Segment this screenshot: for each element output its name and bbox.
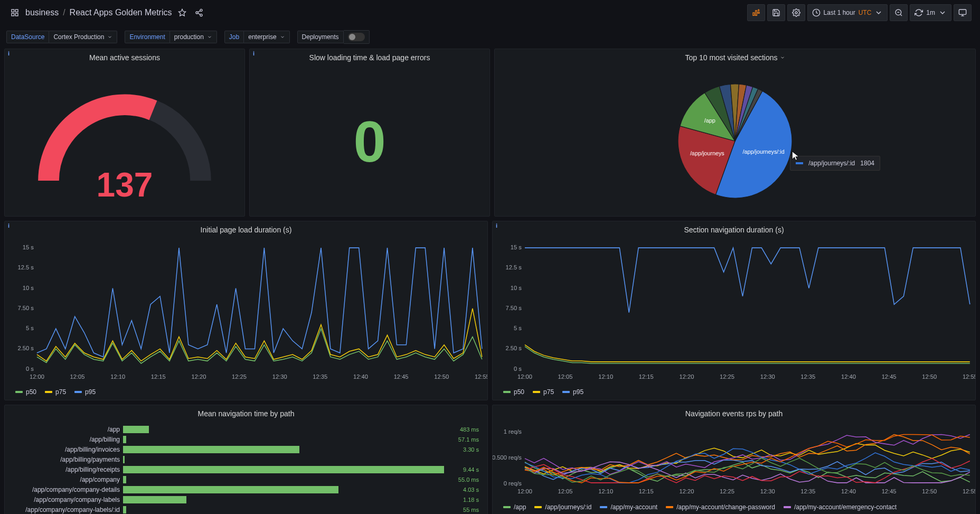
panel-title[interactable]: Section navigation duration (s): [493, 221, 975, 238]
var-datasource-value[interactable]: Cortex Production: [49, 31, 117, 43]
svg-text:2.50 s: 2.50 s: [17, 345, 34, 351]
legend-item[interactable]: p75: [533, 388, 554, 396]
swatch-icon: [15, 391, 23, 393]
tv-mode-button[interactable]: [954, 4, 972, 21]
add-panel-button[interactable]: [747, 4, 765, 21]
settings-button[interactable]: [787, 4, 805, 21]
var-job-value[interactable]: enterprise: [244, 31, 289, 43]
var-deployments-toggle[interactable]: [344, 30, 370, 44]
star-icon[interactable]: [176, 6, 189, 19]
svg-text:/app/journeys/:id: /app/journeys/:id: [743, 148, 785, 155]
bar-track: [123, 436, 444, 443]
line-chart[interactable]: 0 req/s0.500 req/s1 req/s12:0012:0512:10…: [493, 422, 975, 501]
svg-point-15: [795, 12, 797, 14]
var-environment-value[interactable]: production: [170, 31, 217, 43]
breadcrumb-folder[interactable]: business: [25, 8, 59, 17]
var-deployments-label: Deployments: [297, 31, 344, 43]
swatch-icon: [796, 162, 803, 164]
swatch-icon: [784, 506, 791, 508]
legend-item[interactable]: /app: [503, 503, 526, 511]
bar-value: 57.1 ms: [447, 436, 479, 443]
panel-title[interactable]: Slow loading time & load page errors: [250, 49, 489, 66]
svg-text:1 req/s: 1 req/s: [504, 428, 522, 435]
share-icon[interactable]: [193, 6, 205, 19]
legend-item[interactable]: /app/my-account/change-password: [666, 503, 775, 511]
legend-item[interactable]: p75: [45, 388, 66, 396]
svg-text:15 s: 15 s: [23, 244, 34, 250]
swatch-icon: [74, 391, 82, 393]
info-icon[interactable]: i: [253, 50, 255, 57]
panel-title[interactable]: Mean active sessions: [5, 49, 244, 66]
svg-text:12:30: 12:30: [760, 373, 775, 380]
legend-item[interactable]: /app/my-account/emergency-contact: [784, 503, 897, 511]
tooltip-value: 1804: [860, 160, 874, 167]
svg-text:7.50 s: 7.50 s: [17, 305, 34, 311]
svg-text:0.500 req/s: 0.500 req/s: [493, 454, 522, 461]
bar-track: [123, 426, 444, 433]
bar-label: /app/company: [9, 476, 120, 483]
info-icon[interactable]: i: [8, 50, 10, 57]
refresh-button[interactable]: 1m: [910, 4, 951, 21]
svg-text:12:10: 12:10: [598, 488, 613, 494]
svg-rect-0: [12, 10, 14, 12]
toggle-switch[interactable]: [348, 33, 365, 41]
time-picker[interactable]: Last 1 hour UTC: [807, 4, 888, 21]
gauge-value: 137: [97, 165, 153, 204]
svg-text:2.50 s: 2.50 s: [505, 345, 522, 351]
zoom-out-button[interactable]: [890, 4, 908, 21]
dashboard-grid-icon[interactable]: [8, 6, 21, 19]
svg-text:12:45: 12:45: [882, 373, 897, 380]
svg-text:12:40: 12:40: [353, 373, 368, 380]
svg-rect-1: [15, 10, 18, 12]
bar-label: /app/billing/invoices: [9, 446, 120, 453]
svg-rect-12: [758, 12, 759, 14]
svg-text:12:20: 12:20: [679, 488, 694, 494]
save-button[interactable]: [767, 4, 785, 21]
legend-item[interactable]: p95: [74, 388, 96, 396]
legend-item[interactable]: p50: [503, 388, 524, 396]
bar-value: 483 ms: [447, 426, 479, 433]
legend-item[interactable]: /app/my-account: [600, 503, 657, 511]
tooltip-label: /app/journeys/:id: [808, 160, 855, 167]
line-chart[interactable]: 0 s2.50 s5 s7.50 s10 s12.5 s15 s12:0012:…: [493, 238, 975, 386]
swatch-icon: [600, 506, 607, 508]
bar-value: 9.44 s: [447, 466, 479, 473]
svg-rect-11: [755, 11, 757, 15]
svg-text:5 s: 5 s: [514, 325, 522, 331]
panel-title[interactable]: Initial page load duration (s): [5, 221, 487, 238]
svg-text:10 s: 10 s: [23, 285, 34, 291]
line-chart[interactable]: 0 s2.50 s5 s7.50 s10 s12.5 s15 s12:0012:…: [5, 238, 487, 386]
bar-label: /app: [9, 426, 120, 433]
svg-text:12:40: 12:40: [841, 373, 856, 380]
svg-text:12:05: 12:05: [558, 373, 573, 380]
legend-item[interactable]: p95: [562, 388, 583, 396]
svg-marker-4: [179, 9, 186, 16]
svg-line-18: [900, 14, 902, 16]
bar-track: [123, 496, 444, 503]
svg-text:12:55: 12:55: [475, 373, 487, 380]
info-icon[interactable]: i: [8, 222, 10, 229]
bar-track: [123, 466, 444, 473]
info-icon[interactable]: i: [496, 222, 497, 229]
svg-line-8: [198, 11, 201, 12]
svg-text:12.5 s: 12.5 s: [17, 264, 34, 270]
svg-text:12:50: 12:50: [922, 373, 937, 380]
panel-title[interactable]: Navigation events rps by path: [493, 405, 975, 422]
bar-value: 3.30 s: [447, 446, 479, 453]
var-job-label: Job: [224, 31, 244, 43]
pie-tooltip: /app/journeys/:id 1804: [790, 156, 880, 171]
swatch-icon: [666, 506, 673, 508]
bar-label: /app/company/company-details: [9, 486, 120, 493]
legend-item[interactable]: p50: [15, 388, 36, 396]
panel-title[interactable]: Mean navigation time by path: [5, 405, 487, 422]
legend-item[interactable]: /app/journeys/:id: [534, 503, 591, 511]
pie-chart[interactable]: /app/journeys/:id/app/journeys/app: [672, 78, 798, 204]
breadcrumb-title[interactable]: React Apps Golden Metrics: [70, 8, 172, 17]
bar-track: [123, 446, 444, 453]
svg-text:0 s: 0 s: [26, 366, 34, 372]
time-tz: UTC: [859, 9, 872, 16]
svg-text:12:15: 12:15: [151, 373, 166, 380]
bar-value: 55.0 ms: [447, 476, 479, 483]
stat-value: 0: [353, 108, 385, 175]
panel-title[interactable]: Top 10 most visited sections: [495, 49, 975, 66]
